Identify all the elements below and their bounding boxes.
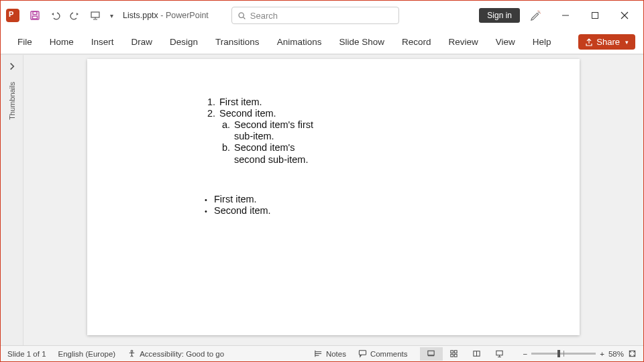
- zoom-slider[interactable]: [531, 353, 596, 355]
- tab-slide-show[interactable]: Slide Show: [330, 30, 393, 54]
- tab-animations[interactable]: Animations: [268, 30, 331, 54]
- zoom-in-button[interactable]: +: [600, 350, 604, 358]
- svg-rect-8: [428, 351, 434, 355]
- list-item: 2. Second item.: [205, 108, 580, 119]
- list-text: Second item's first sub-item.: [234, 119, 321, 142]
- slide[interactable]: 1. First item. 2. Second item. a. Second…: [87, 59, 580, 335]
- notes-button[interactable]: Notes: [314, 349, 346, 358]
- list-text: Second item.: [214, 205, 271, 217]
- list-marker: 1.: [205, 97, 219, 108]
- accessibility-text: Accessibility: Good to go: [140, 350, 224, 358]
- list-text: First item.: [219, 97, 262, 108]
- svg-rect-11: [451, 354, 453, 357]
- accessibility-status[interactable]: Accessibility: Good to go: [127, 349, 224, 358]
- svg-rect-0: [31, 11, 39, 19]
- share-label: Share: [596, 37, 620, 47]
- list-item: • First item.: [205, 194, 580, 205]
- coming-soon-button[interactable]: [523, 6, 549, 25]
- tab-transitions[interactable]: Transitions: [207, 30, 268, 54]
- view-buttons: [420, 347, 511, 361]
- list-text: First item.: [214, 194, 257, 205]
- window-close-button[interactable]: [611, 6, 638, 25]
- svg-rect-10: [454, 351, 457, 353]
- svg-rect-9: [451, 351, 453, 353]
- tab-home[interactable]: Home: [41, 30, 83, 54]
- window-maximize-button[interactable]: [582, 6, 608, 25]
- bulleted-list: • First item. • Second item.: [205, 194, 580, 217]
- svg-point-6: [131, 350, 133, 352]
- list-marker: a.: [219, 119, 234, 142]
- svg-rect-5: [592, 13, 598, 19]
- svg-rect-3: [91, 12, 99, 17]
- list-item: 1. First item.: [205, 97, 580, 108]
- normal-view-button[interactable]: [420, 347, 443, 361]
- slide-sorter-view-button[interactable]: [443, 347, 466, 361]
- svg-rect-2: [33, 16, 38, 19]
- slide-canvas-area: 1. First item. 2. Second item. a. Second…: [23, 55, 643, 345]
- undo-button[interactable]: [46, 7, 64, 24]
- document-name: Lists.pptx: [123, 11, 158, 20]
- normal-view-icon: [427, 349, 435, 358]
- ribbon-tabs: File Home Insert Draw Design Transitions…: [1, 30, 643, 54]
- thumbnails-label: Thumbnails: [8, 82, 16, 120]
- list-item: • Second item.: [205, 205, 580, 217]
- tab-view[interactable]: View: [487, 30, 524, 54]
- sign-in-button[interactable]: Sign in: [479, 8, 520, 23]
- ordered-list: 1. First item. 2. Second item. a. Second…: [205, 97, 580, 166]
- language-status[interactable]: English (Europe): [58, 350, 116, 358]
- document-title: Lists.pptx - PowerPoint: [123, 11, 209, 20]
- svg-point-4: [239, 13, 244, 17]
- list-text: Second item's second sub-item.: [234, 142, 321, 165]
- redo-button[interactable]: [66, 7, 84, 24]
- comments-button[interactable]: Comments: [358, 349, 408, 358]
- title-bar: ▾ Lists.pptx - PowerPoint Search Sign in: [1, 1, 643, 30]
- tab-file[interactable]: File: [9, 30, 41, 54]
- tab-insert[interactable]: Insert: [83, 30, 123, 54]
- comments-icon: [358, 349, 367, 358]
- zoom-controls: − + 58%: [523, 349, 637, 358]
- slide-counter[interactable]: Slide 1 of 1: [7, 350, 46, 358]
- comments-label: Comments: [370, 350, 408, 358]
- zoom-slider-thumb[interactable]: [557, 350, 560, 357]
- bullet-icon: •: [205, 196, 214, 204]
- fit-window-icon: [628, 349, 637, 358]
- zoom-slider-midpoint: [564, 351, 564, 357]
- svg-rect-1: [33, 12, 37, 15]
- tab-record[interactable]: Record: [393, 30, 440, 54]
- search-input[interactable]: Search: [231, 7, 399, 24]
- qat-customize-button[interactable]: ▾: [107, 7, 116, 24]
- tab-draw[interactable]: Draw: [123, 30, 162, 54]
- window-minimize-button[interactable]: [552, 6, 579, 25]
- bullet-icon: •: [205, 207, 214, 216]
- fit-to-window-button[interactable]: [628, 349, 637, 358]
- list-marker: b.: [219, 142, 234, 165]
- list-item: b. Second item's second sub-item.: [205, 142, 580, 165]
- powerpoint-app-icon: [6, 9, 19, 22]
- slideshow-view-button[interactable]: [488, 347, 511, 361]
- zoom-out-button[interactable]: −: [523, 350, 528, 358]
- app-name-suffix: - PowerPoint: [158, 11, 209, 20]
- notes-label: Notes: [326, 350, 346, 358]
- share-icon: [585, 38, 593, 46]
- save-button[interactable]: [26, 7, 44, 24]
- present-from-start-button[interactable]: [87, 7, 104, 24]
- tab-design[interactable]: Design: [161, 30, 207, 54]
- notes-icon: [314, 349, 323, 358]
- svg-rect-14: [496, 351, 502, 355]
- zoom-percent[interactable]: 58%: [608, 350, 624, 358]
- list-item: a. Second item's first sub-item.: [205, 119, 580, 142]
- main-area: Thumbnails 1. First item. 2. Second item…: [1, 54, 643, 345]
- tab-help[interactable]: Help: [524, 30, 560, 54]
- list-text: Second item.: [219, 108, 276, 119]
- search-icon: [237, 11, 246, 20]
- svg-rect-7: [359, 351, 366, 355]
- reading-view-button[interactable]: [466, 347, 488, 361]
- tab-review[interactable]: Review: [440, 30, 487, 54]
- share-button[interactable]: Share ▾: [578, 34, 635, 50]
- status-bar: Slide 1 of 1 English (Europe) Accessibil…: [1, 345, 643, 361]
- search-placeholder: Search: [250, 11, 278, 21]
- thumbnails-pane-collapsed: Thumbnails: [1, 55, 23, 345]
- app-window: ▾ Lists.pptx - PowerPoint Search Sign in…: [0, 0, 644, 362]
- thumbnails-expand-button[interactable]: [7, 62, 17, 71]
- reading-view-icon: [472, 349, 481, 358]
